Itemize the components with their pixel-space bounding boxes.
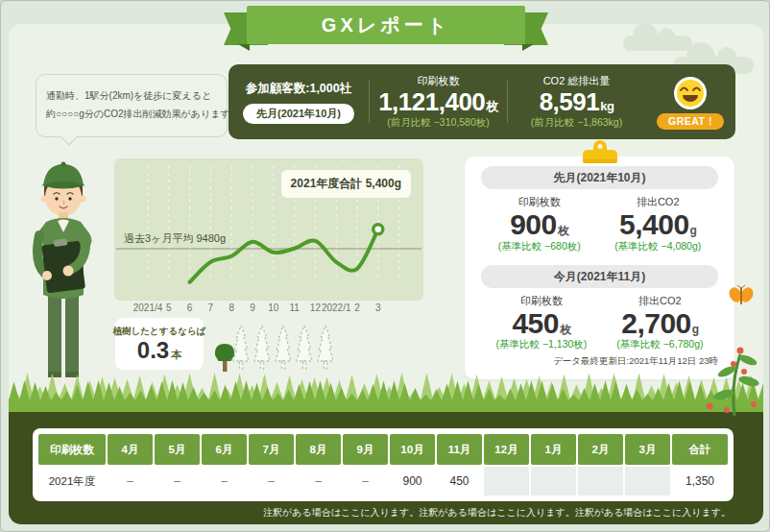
co2-total-value: 8,591kg <box>540 89 614 115</box>
plant-icon <box>698 335 770 416</box>
axis-tick-label: 3 <box>375 302 381 313</box>
print-value: 900枚 <box>510 209 568 240</box>
tree-outline-icon <box>297 326 312 369</box>
tree-planting-value: 0.3本 <box>137 339 181 362</box>
footer-note: 注釈がある場合はここに入ります。注釈がある場合はここに入ります。注釈がある場合は… <box>263 506 731 520</box>
print-comparison: (基準比較 −680枚) <box>498 240 581 254</box>
axis-tick-label: 10 <box>268 302 278 313</box>
co2-total-label: CO2 総排出量 <box>543 74 611 88</box>
table-header-cell: 2月 <box>578 434 623 465</box>
co2-comparison: (基準比較 −6,780g) <box>616 338 703 351</box>
last-month-print-stat: 印刷枚数 900枚 (基準比較 −680枚) <box>498 195 581 254</box>
last-updated: データ最終更新日:2021年11月12日 23時 <box>481 355 718 368</box>
last-month-stats: 印刷枚数 900枚 (基準比較 −680枚) 排出CO2 5,400g (基準比… <box>481 195 718 254</box>
axis-tick-label: 6 <box>187 302 193 313</box>
table-header-cell: 8月 <box>296 434 341 465</box>
table-cell: – <box>202 467 247 496</box>
co2-trend-chart: 過去3ヶ月平均 9480g 2021年度合計 5,400g <box>114 158 423 301</box>
table-cell <box>578 467 623 496</box>
table-row: 2021年度––––––9004501,350 <box>38 467 728 496</box>
table-header-cell: 12月 <box>484 434 529 465</box>
tree-progress-icons <box>205 318 344 375</box>
co2-value: 5,400g <box>619 209 696 240</box>
axis-tick-label: 8 <box>229 302 234 313</box>
table-cell: 900 <box>390 467 435 496</box>
axis-tick-label: 7 <box>208 302 214 313</box>
table-header-cell: 合計 <box>672 434 728 465</box>
print-count-label: 印刷枚数 <box>418 74 460 88</box>
tip-line-2: 約○○○○g分のCO2排出削減効果があります <box>46 105 217 123</box>
table-cell <box>531 467 576 496</box>
chart-x-axis: 2021/4567891011122022/123 <box>114 302 423 316</box>
butterfly-icon <box>729 284 754 307</box>
tree-outline-icon <box>233 326 249 369</box>
axis-tick-label: 9 <box>250 302 255 313</box>
table-header-cell: 11月 <box>437 434 482 465</box>
table-header-cell: 印刷枚数 <box>38 434 106 465</box>
axis-tick-label: 2021/4 <box>133 302 163 313</box>
print-label: 印刷枚数 <box>518 195 561 209</box>
clip-icon <box>581 138 619 165</box>
print-comparison: (基準比較 −1,130枚) <box>496 338 588 351</box>
table-cell: – <box>155 467 200 496</box>
great-badge: GREAT ! <box>657 113 724 130</box>
average-line-label: 過去3ヶ月平均 9480g <box>124 231 226 246</box>
table-cell <box>625 467 670 496</box>
table-cell: – <box>343 467 388 496</box>
this-month-header: 今月(2021年11月) <box>481 265 718 288</box>
participants-count: 参加顧客数:1,000社 <box>246 81 351 97</box>
co2-value: 2,700g <box>621 308 698 339</box>
rating-section: GREAT ! <box>645 75 735 130</box>
this-month-stats: 印刷枚数 450枚 (基準比較 −1,130枚) 排出CO2 2,700g (基… <box>481 294 718 352</box>
tree-outline-icon <box>318 326 333 369</box>
tip-speech-bubble: 通勤時、1駅分(2km)を徒歩に変えると 約○○○○g分のCO2排出削減効果があ… <box>36 74 228 137</box>
monthly-table-card: 印刷枚数4月5月6月7月8月9月10月11月12月1月2月3月合計2021年度–… <box>33 428 734 501</box>
table-header-cell: 9月 <box>343 434 388 465</box>
row-label: 2021年度 <box>38 467 106 496</box>
print-label: 印刷枚数 <box>520 294 563 308</box>
table-cell: – <box>108 467 153 496</box>
worker-character-illustration <box>14 151 114 399</box>
axis-tick-label: 5 <box>166 302 172 313</box>
table-cell: 450 <box>437 467 482 496</box>
smiley-face-icon <box>672 75 709 111</box>
this-month-print-stat: 印刷枚数 450枚 (基準比較 −1,130枚) <box>496 294 588 352</box>
axis-tick-label: 2 <box>354 302 360 313</box>
last-month-co2-stat: 排出CO2 5,400g (基準比較 −4,080g) <box>614 195 701 254</box>
table-cell <box>484 467 529 496</box>
monthly-print-table: 印刷枚数4月5月6月7月8月9月10月11月12月1月2月3月合計2021年度–… <box>36 432 730 497</box>
table-cell: – <box>249 467 294 496</box>
table-header-cell: 1月 <box>531 434 576 465</box>
table-header-cell: 7月 <box>249 434 294 465</box>
table-cell: 1,350 <box>672 467 728 496</box>
grass-decoration <box>9 368 763 412</box>
cloud-icon <box>623 36 692 51</box>
table-header-cell: 5月 <box>155 434 200 465</box>
this-month-co2-stat: 排出CO2 2,700g (基準比較 −6,780g) <box>616 294 703 352</box>
last-month-header: 先月(2021年10月) <box>481 166 718 189</box>
gx-report-screen: GXレポート 通勤時、1駅分(2km)を徒歩に変えると 約○○○○g分のCO2排… <box>0 0 770 532</box>
axis-tick-label: 2022/1 <box>322 302 351 313</box>
tree-outline-icon <box>276 326 291 369</box>
co2-total-stat: CO2 総排出量 8,591kg (前月比較 −1,863kg) <box>508 74 645 130</box>
participants-section: 参加顧客数:1,000社 先月(2021年10月) <box>229 81 369 124</box>
print-count-value: 1,121,400枚 <box>378 89 498 115</box>
table-header-cell: 6月 <box>202 434 247 465</box>
print-count-stat: 印刷枚数 1,121,400枚 (前月比較 −310,580枚) <box>370 74 507 130</box>
print-value: 450枚 <box>512 308 570 339</box>
axis-tick-label: 12 <box>310 302 321 313</box>
tip-line-1: 通勤時、1駅分(2km)を徒歩に変えると <box>46 86 217 105</box>
monthly-detail-panel: 先月(2021年10月) 印刷枚数 900枚 (基準比較 −680枚) 排出CO… <box>465 157 734 379</box>
page-title: GXレポート <box>247 6 525 44</box>
print-count-comparison: (前月比較 −310,580枚) <box>387 116 490 130</box>
tree-outline-icon <box>254 326 270 369</box>
summary-stats-bar: 参加顧客数:1,000社 先月(2021年10月) 印刷枚数 1,121,400… <box>229 64 735 139</box>
co2-comparison: (基準比較 −4,080g) <box>614 240 701 254</box>
table-header-cell: 4月 <box>108 434 153 465</box>
table-header-cell: 10月 <box>390 434 435 465</box>
table-header-cell: 3月 <box>625 434 670 465</box>
chart-annotation: 2021年度合計 5,400g <box>281 170 411 198</box>
tree-planting-box: 植樹したとするならば 0.3本 <box>115 318 204 370</box>
table-cell: – <box>296 467 341 496</box>
co2-label: 排出CO2 <box>637 195 680 209</box>
